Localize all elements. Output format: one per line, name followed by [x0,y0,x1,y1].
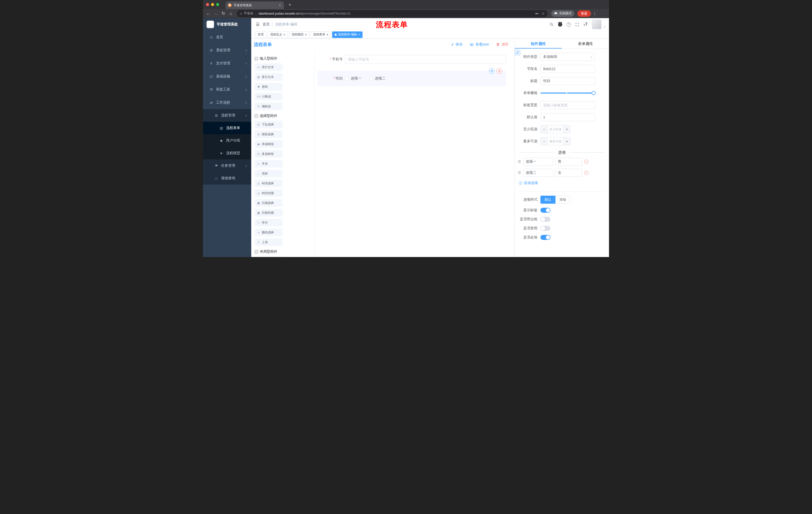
search-icon[interactable] [549,22,554,27]
style-default-button[interactable]: 默认 [541,196,555,204]
default-value-input[interactable] [541,113,595,121]
password-key-icon[interactable] [535,11,539,16]
app-logo[interactable]: 芋道管理系统 [203,18,251,31]
tag-close-icon[interactable]: × [305,33,307,36]
sidebar-item-process-model[interactable]: ➤ 流程模型 [203,147,251,159]
back-button[interactable]: ← [204,11,212,16]
show-label-toggle[interactable] [541,208,550,213]
gender-option-one-checkbox[interactable]: 选项一 [345,76,361,81]
address-bar[interactable]: ⚠ 不安全 dashboard.yudao.iocoder.cn /bpm/ma… [237,10,548,17]
component-chip-counter[interactable]: 123计数器 [255,93,282,100]
component-chip-time-picker[interactable]: ◷时间选择 [255,180,282,187]
title-input[interactable] [541,77,595,85]
forward-button[interactable]: → [212,11,220,16]
option-value-input[interactable] [555,169,582,177]
component-chip-date-range[interactable]: ▩日期范围 [255,209,282,217]
option-value-input[interactable] [555,158,582,166]
copy-component-button[interactable] [489,68,494,74]
drag-handle-icon[interactable]: ☰ [518,160,521,164]
component-chip-upload[interactable]: ⇧上传 [255,238,282,246]
gender-option-two-checkbox[interactable]: 选项二 [369,76,385,81]
home-button[interactable]: ⌂ [227,11,235,16]
sidebar-item-process-management[interactable]: ≣ 流程管理 ∧ [203,109,251,122]
selected-gender-field[interactable]: 性别 选项一 选项二 [318,71,506,86]
sidebar-item-system[interactable]: ⚙ 系统管理 ∨ [203,44,251,57]
sidebar-item-user-group[interactable]: ☻ 用户分组 [203,134,251,147]
sidebar-item-home[interactable]: ⊙ 首页 [203,31,251,44]
component-chip-cascader[interactable]: ⋔级联选择 [255,131,282,138]
font-size-icon[interactable]: TT [584,22,588,27]
phone-input[interactable] [345,55,506,64]
component-chip-single-line-text[interactable]: ▭单行文本 [255,63,282,71]
tag-close-icon[interactable]: × [326,33,328,36]
browser-update-button[interactable]: 更新 [577,10,591,17]
component-chip-dropdown[interactable]: ◎下拉选择 [255,121,282,128]
form-grid-slider[interactable] [541,89,595,97]
sidebar-item-task-management[interactable]: ⚑ 任务管理 ∨ [203,159,251,172]
disabled-toggle[interactable] [541,226,550,231]
component-chip-editor[interactable]: ✎编辑器 [255,103,282,110]
delete-component-button[interactable] [496,68,502,74]
window-close-button[interactable] [206,3,209,6]
option-label-input[interactable] [523,158,553,166]
tag-process-definition[interactable]: 流程定义 × [267,31,288,38]
browser-tab[interactable]: 芋道管理系统 × [226,1,284,9]
sidebar-collapse-icon[interactable]: ☰ [251,22,263,27]
min-select-input[interactable] [548,126,563,133]
max-select-input[interactable] [548,138,563,145]
drag-handle-icon[interactable]: ☰ [518,171,521,175]
label-width-input[interactable] [541,101,595,109]
border-toggle[interactable] [541,217,550,222]
component-type-select[interactable]: 多选框组 ∨ [541,53,595,61]
view-json-button[interactable]: 查看json [469,42,489,47]
component-chip-checkbox-group[interactable]: ☑多选框组 [255,150,282,158]
link-icon[interactable] [515,50,520,55]
sidebar-item-infra[interactable]: ⊡ 基础设施 ∨ [203,70,251,83]
tab-close-icon[interactable]: × [279,3,281,7]
option-label-input[interactable] [523,169,553,177]
component-chip-color-picker[interactable]: ◑颜色选择 [255,228,282,236]
remove-option-button[interactable]: − [584,160,588,164]
component-chip-date-picker[interactable]: ▣日期选择 [255,199,282,207]
github-icon[interactable] [558,22,562,27]
component-chip-time-range[interactable]: ◶时间范围 [255,189,282,197]
increase-button[interactable]: + [563,126,570,133]
increase-button[interactable]: + [563,138,570,145]
component-chip-password[interactable]: ✱密码 [255,83,282,90]
sidebar-item-payment[interactable]: ¥ 支付管理 ∨ [203,57,251,70]
clear-button[interactable]: 清空 [496,42,509,47]
decrease-button[interactable]: − [541,126,548,133]
component-chip-slider[interactable]: ↔滑块 [255,170,282,177]
add-option-button[interactable]: + 添加选项 [519,181,609,185]
reload-button[interactable]: ↻ [220,11,227,16]
tag-process-form-edit[interactable]: 流程表单-编辑 × [332,31,363,38]
bookmark-star-icon[interactable]: ☆ [542,11,545,16]
style-button-button[interactable]: 按钮 [555,196,570,204]
field-name-input[interactable] [541,65,595,73]
tag-process-form[interactable]: 流程表单 × [311,31,331,38]
breadcrumb-home[interactable]: 首页 [263,22,269,27]
fullscreen-icon[interactable] [575,22,579,27]
tag-close-icon[interactable]: × [283,33,285,36]
window-zoom-button[interactable] [216,3,219,6]
decrease-button[interactable]: − [541,138,548,145]
sidebar-item-process-form[interactable]: ▤ 流程表单 [203,122,251,134]
form-canvas[interactable]: 手机号 性别 [315,50,515,257]
component-chip-switch[interactable]: ◐开关 [255,160,282,167]
component-chip-multi-line-text[interactable]: ▤多行文本 [255,73,282,81]
tag-close-icon[interactable]: × [358,33,360,36]
component-chip-rate[interactable]: ☆评分 [255,219,282,226]
tab-component-props[interactable]: 组件属性 [515,39,562,49]
save-button[interactable]: ✓ 保存 [451,42,463,47]
component-chip-radio-group[interactable]: ◉单选框组 [255,140,282,148]
tab-form-props[interactable]: 表单属性 [562,39,609,49]
help-icon[interactable]: ? [567,22,571,27]
sidebar-item-leave-query[interactable]: ☺ 请假查询 [203,172,251,185]
sidebar-item-devtools[interactable]: ⚒ 研发工具 ∨ [203,83,251,96]
user-avatar[interactable] [592,20,602,29]
sidebar-item-workflow[interactable]: ⇄ 工作流程 ∧ [203,96,251,109]
slider-handle[interactable] [592,91,596,95]
required-toggle[interactable] [541,235,550,240]
tag-home[interactable]: 首页 [255,31,266,38]
new-tab-button[interactable]: + [286,1,293,8]
